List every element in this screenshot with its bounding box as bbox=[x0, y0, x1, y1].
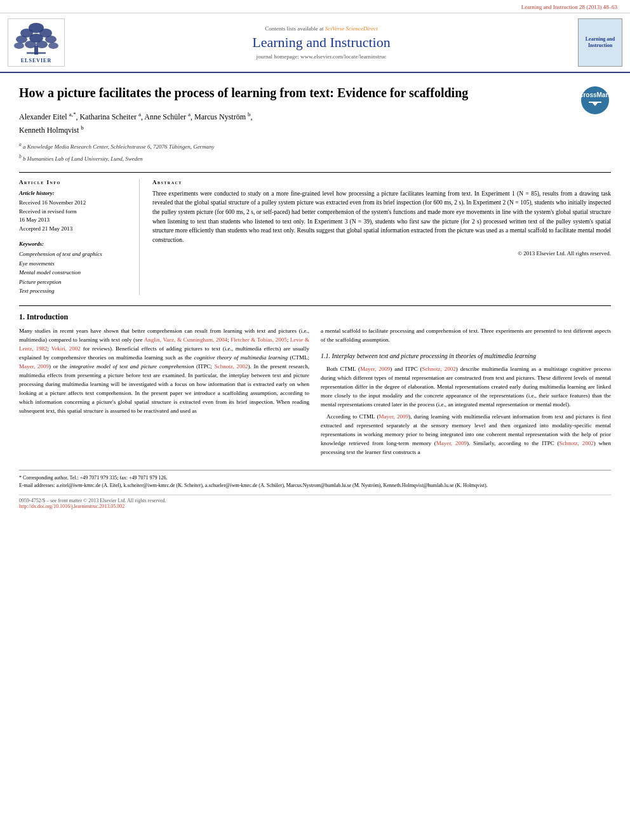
issn-line: 0959-4752/$ – see front matter © 2013 El… bbox=[19, 498, 611, 503]
authors: Alexander Eitel a,*, Katharina Scheiter … bbox=[19, 110, 611, 137]
section-1-title: 1. Introduction bbox=[19, 312, 611, 322]
journal-title-block: Contents lists available at SciVerse Sci… bbox=[71, 18, 572, 67]
email-footnote: E-mail addresses: a.eitel@iwm-kmrc.de (A… bbox=[19, 482, 611, 490]
crossmark-logo: CrossMark bbox=[579, 84, 611, 116]
title-text: How a picture facilitates the process of… bbox=[19, 86, 468, 100]
keywords-label: Keywords: bbox=[19, 239, 131, 248]
body-col-2: a mental scaffold to facilitate processi… bbox=[321, 327, 611, 461]
page: Learning and Instruction 28 (2013) 48–63… bbox=[0, 0, 630, 840]
intro-para-4: According to CTML (Mayer, 2009), during … bbox=[321, 413, 611, 457]
affiliation-a: a a Knowledge Media Research Center, Sch… bbox=[19, 142, 611, 151]
received-date: Received 16 November 2012 bbox=[19, 199, 131, 208]
journal-homepage: journal homepage: www.elsevier.com/locat… bbox=[71, 53, 572, 60]
svg-rect-11 bbox=[27, 52, 46, 54]
journal-citation: Learning and Instruction 28 (2013) 48–63 bbox=[521, 4, 617, 10]
svg-point-5 bbox=[45, 36, 57, 43]
journal-header: ELSEVIER Contents lists available at Sci… bbox=[0, 13, 630, 73]
authors-text: Alexander Eitel a,*, Katharina Scheiter … bbox=[19, 112, 253, 121]
elsevier-label: ELSEVIER bbox=[21, 58, 51, 63]
keyword-2: Eye movements bbox=[19, 259, 131, 268]
journal-title: Learning and Instruction bbox=[71, 34, 572, 51]
section-introduction: 1. Introduction Many studies in recent y… bbox=[19, 305, 611, 461]
doi-line: http://dx.doi.org/10.1016/j.learninstruc… bbox=[19, 503, 611, 509]
keyword-3: Mental model construction bbox=[19, 268, 131, 277]
article-info-heading: Article Info bbox=[19, 179, 131, 185]
elsevier-logo: ELSEVIER bbox=[8, 18, 65, 67]
article-info-abstract: Article Info Article history: Received 1… bbox=[19, 172, 611, 296]
subsection-1-1-title: 1.1. Interplay between text and picture … bbox=[321, 351, 611, 361]
abstract-text: Three experiments were conducted to stud… bbox=[152, 189, 611, 245]
svg-point-6 bbox=[14, 43, 24, 49]
sciverse-link[interactable]: SciVerse ScienceDirect bbox=[325, 25, 378, 32]
keyword-5: Text processing bbox=[19, 286, 131, 295]
affiliation-b: b b Humanities Lab of Lund University, L… bbox=[19, 154, 611, 163]
elsevier-tree-icon bbox=[14, 22, 58, 57]
keyword-4: Picture perception bbox=[19, 277, 131, 286]
corresponding-footnote: * Corresponding author. Tel.: +49 7071 9… bbox=[19, 474, 611, 482]
svg-point-12 bbox=[581, 86, 609, 114]
svg-point-9 bbox=[48, 43, 58, 49]
section-name: Introduction bbox=[27, 312, 68, 321]
journal-thumbnail: Learning and Instruction bbox=[578, 18, 622, 67]
revised-label: Received in revised form bbox=[19, 208, 131, 217]
thumb-label: Learning and Instruction bbox=[586, 36, 615, 50]
introduction-body: Many studies in recent years have shown … bbox=[19, 327, 611, 461]
footer-bottom: 0959-4752/$ – see front matter © 2013 El… bbox=[19, 495, 611, 509]
copyright-line: © 2013 Elsevier Ltd. All rights reserved… bbox=[152, 250, 611, 257]
keyword-1: Comprehension of text and graphics bbox=[19, 250, 131, 258]
intro-para-2: a mental scaffold to facilitate processi… bbox=[321, 327, 611, 345]
article-content: How a picture facilitates the process of… bbox=[0, 73, 630, 522]
article-history: Article history: Received 16 November 20… bbox=[19, 189, 131, 234]
top-bar: Learning and Instruction 28 (2013) 48–63 bbox=[0, 0, 630, 13]
left-column: Article Info Article history: Received 1… bbox=[19, 179, 140, 296]
intro-para-1: Many studies in recent years have shown … bbox=[19, 327, 309, 415]
svg-text:CrossMark: CrossMark bbox=[579, 91, 611, 98]
accepted-date: Accepted 21 May 2013 bbox=[19, 225, 131, 234]
authors-text-2: Kenneth Holmqvist b bbox=[19, 126, 84, 135]
revised-date: 16 May 2013 bbox=[19, 216, 131, 225]
sciverse-line: Contents lists available at SciVerse Sci… bbox=[71, 25, 572, 32]
intro-para-3: Both CTML (Mayer, 2009) and ITPC (Schnot… bbox=[321, 365, 611, 410]
footnotes: * Corresponding author. Tel.: +49 7071 9… bbox=[19, 470, 611, 490]
history-label: Article history: bbox=[19, 189, 131, 198]
body-col-1: Many studies in recent years have shown … bbox=[19, 327, 309, 461]
section-number: 1. bbox=[19, 312, 25, 321]
doi-link[interactable]: http://dx.doi.org/10.1016/j.learninstruc… bbox=[19, 503, 124, 509]
abstract-column: Abstract Three experiments were conducte… bbox=[152, 179, 611, 296]
article-title: How a picture facilitates the process of… bbox=[19, 84, 611, 101]
abstract-heading: Abstract bbox=[152, 179, 611, 185]
svg-point-3 bbox=[16, 36, 27, 43]
keywords-block: Keywords: Comprehension of text and grap… bbox=[19, 239, 131, 295]
